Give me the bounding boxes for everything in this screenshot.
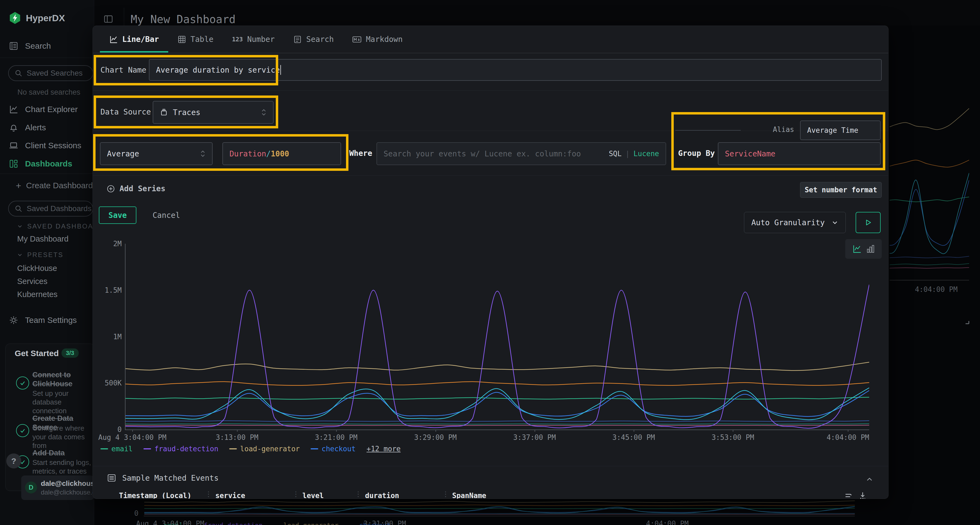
page-title: My New Dashboard	[130, 13, 235, 25]
tab-line-bar[interactable]: Line/Bar	[100, 26, 168, 52]
legend-item[interactable]: load-generator	[229, 445, 300, 453]
collapse-section-icon[interactable]	[865, 475, 873, 484]
column-header[interactable]: service	[215, 492, 245, 499]
get-started-item-title[interactable]: Connect to ClickHouse	[32, 371, 94, 389]
filter-icon[interactable]	[844, 492, 853, 499]
sidebar-item-chart-explorer[interactable]: Chart Explorer	[9, 105, 78, 114]
sidebar-item-label: Dashboards	[25, 159, 72, 168]
mini-chart-x-tick: 4:04:00 PM	[646, 520, 689, 525]
presets-section-header[interactable]: PRESETS	[17, 251, 64, 259]
hyperdx-logo-icon	[9, 11, 21, 24]
background-mini-chart-strip: 0 Aug 4 3:04:00 PM 3:31:00 PM 4:04:00 PM…	[94, 498, 980, 525]
sidebar-item-services[interactable]: Services	[17, 277, 48, 286]
help-button[interactable]: ?	[6, 454, 21, 468]
sidebar-item-label: Team Settings	[25, 316, 77, 325]
y-axis-tick: 1.5M	[105, 286, 122, 294]
column-separator[interactable]: ⋮	[205, 490, 212, 498]
granularity-select[interactable]: Auto Granularity	[744, 212, 846, 233]
create-dashboard-label: Create Dashboard	[26, 181, 93, 190]
no-saved-searches-text: No saved searches	[18, 88, 80, 97]
get-started-item-desc: Start sending logs, metrics, or traces	[32, 458, 94, 476]
sidebar-item-dashboards[interactable]: Dashboards	[9, 159, 72, 168]
where-label: Where	[349, 149, 372, 158]
search-icon	[15, 205, 22, 213]
x-axis-tick: Aug 4 3:04:00 PM	[98, 433, 166, 441]
column-separator[interactable]: ⋮	[293, 490, 299, 498]
query-language-toggle[interactable]: SQL | Lucene	[609, 150, 659, 158]
chart-plot-area[interactable]: 2M 1.5M 1M 500K 0 Aug 4 3:04:00 PM 3:13:…	[125, 244, 869, 430]
where-search-input[interactable]: Search your events w/ Lucene ex. column:…	[377, 142, 666, 165]
x-axis-tick: 3:37:00 PM	[513, 433, 556, 441]
number-tab-icon: 123	[232, 36, 243, 43]
run-query-button[interactable]	[856, 212, 881, 233]
sidebar-item-search[interactable]: Search	[9, 41, 51, 51]
line-chart-tab-icon	[109, 35, 118, 44]
sidebar-item-clickhouse[interactable]: ClickHouse	[17, 264, 57, 273]
x-axis-tick: 3:29:00 PM	[414, 433, 457, 441]
saved-dashboards-input[interactable]: Saved Dashboards	[8, 201, 93, 217]
cancel-button[interactable]: Cancel	[147, 206, 185, 224]
chart-type-tabs: Line/Bar Table 123 Number	[93, 26, 888, 53]
lucene-option[interactable]: Lucene	[633, 150, 659, 158]
user-menu[interactable]: D dale@clickhouse.c dale@clickhouse.com'…	[21, 476, 94, 500]
chevron-down-icon	[831, 219, 838, 226]
chart-line-icon	[9, 105, 18, 114]
chevron-down-icon	[17, 252, 23, 258]
sidebar-item-label: Search	[25, 41, 51, 51]
column-header[interactable]: duration	[365, 492, 399, 499]
chevron-down-icon	[17, 223, 23, 229]
sidebar-item-label: Chart Explorer	[25, 105, 78, 114]
user-org: dale@clickhouse.com's	[41, 489, 94, 496]
sidebar-item-team-settings[interactable]: Team Settings	[9, 316, 77, 325]
dashboards-icon	[9, 159, 18, 168]
get-started-title: Get Started	[15, 349, 59, 358]
table-tab-icon	[178, 35, 186, 44]
x-axis-tick: 4:04:00 PM	[826, 433, 869, 441]
check-icon	[16, 376, 29, 390]
x-axis-tick: 3:45:00 PM	[612, 433, 655, 441]
annotation-box-chart-name	[94, 55, 278, 86]
save-button[interactable]: Save	[99, 206, 136, 224]
legend-item[interactable]: email	[100, 445, 132, 453]
tab-markdown[interactable]: Markdown	[343, 26, 412, 52]
gear-icon	[9, 316, 18, 325]
sidebar-item-label: Client Sessions	[25, 141, 81, 150]
sidebar-item-alerts[interactable]: Alerts	[9, 123, 46, 132]
column-header[interactable]: level	[302, 492, 324, 499]
sidebar-item-my-dashboard[interactable]: My Dashboard	[17, 235, 68, 243]
get-started-item-title[interactable]: Add Data	[32, 449, 94, 458]
y-axis-tick: 2M	[113, 240, 122, 248]
saved-searches-input[interactable]: Saved Searches	[8, 65, 93, 81]
sidebar-item-kubernetes[interactable]: Kubernetes	[17, 290, 57, 299]
set-number-format-button[interactable]: Set number format	[800, 182, 882, 198]
list-icon	[107, 473, 116, 482]
user-email: dale@clickhouse.c	[41, 479, 94, 488]
mini-chart-y-zero: 0	[134, 509, 138, 517]
brand-logo[interactable]: HyperDX	[9, 11, 65, 24]
column-separator[interactable]: ⋮	[442, 490, 449, 498]
create-dashboard-button[interactable]: + Create Dashboard	[16, 181, 93, 190]
line-chart	[126, 244, 869, 430]
download-icon[interactable]	[858, 491, 867, 499]
background-dashboard-tile: 4:04:00 PM	[888, 25, 980, 498]
legend-item[interactable]: checkout	[310, 445, 356, 453]
text-cursor	[280, 65, 281, 75]
column-separator[interactable]: ⋮	[355, 490, 362, 498]
sql-option[interactable]: SQL	[609, 150, 622, 158]
legend-dash	[100, 448, 108, 449]
add-series-button[interactable]: Add Series	[107, 184, 165, 193]
legend-more-link[interactable]: +12 more	[366, 445, 401, 453]
saved-dashboards-placeholder: Saved Dashboards	[27, 204, 91, 213]
bell-icon	[9, 123, 18, 132]
legend-item[interactable]: fraud-detection	[143, 445, 218, 453]
y-axis-tick: 0	[117, 425, 122, 434]
column-header[interactable]: Timestamp (Local)	[119, 492, 191, 499]
column-header[interactable]: SpanName	[452, 492, 486, 499]
tab-number[interactable]: 123 Number	[223, 26, 284, 52]
resize-handle-icon[interactable]	[964, 319, 969, 324]
sidebar-item-client-sessions[interactable]: Client Sessions	[9, 141, 81, 150]
sidebar-collapse-icon[interactable]	[104, 14, 113, 24]
y-axis-tick: 500K	[105, 379, 122, 387]
tab-search[interactable]: Search	[284, 26, 343, 52]
tab-table[interactable]: Table	[168, 26, 223, 52]
